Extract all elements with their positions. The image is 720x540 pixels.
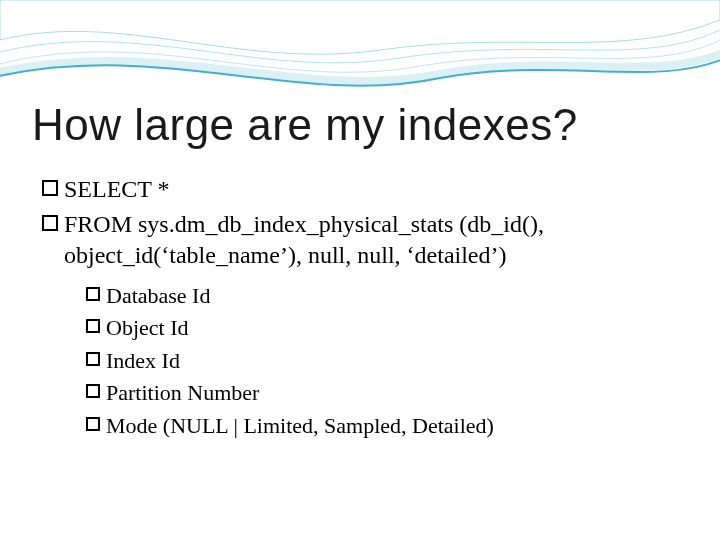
bullet-text: Partition Number — [106, 379, 259, 408]
bullet-text: Object Id — [106, 314, 188, 343]
bullet-level1: FROM sys.dm_db_index_physical_stats (db_… — [42, 209, 688, 271]
bullet-text: Index Id — [106, 347, 180, 376]
square-bullet-icon — [86, 319, 100, 333]
square-bullet-icon — [42, 215, 58, 231]
bullet-level2: Mode (NULL | Limited, Sampled, Detailed) — [86, 412, 688, 441]
bullet-text: SELECT * — [64, 174, 170, 205]
bullet-text: Database Id — [106, 282, 210, 311]
bullet-level2: Object Id — [86, 314, 688, 343]
bullet-level2: Index Id — [86, 347, 688, 376]
square-bullet-icon — [86, 287, 100, 301]
bullet-level2: Partition Number — [86, 379, 688, 408]
square-bullet-icon — [86, 384, 100, 398]
square-bullet-icon — [86, 417, 100, 431]
bullet-text: FROM sys.dm_db_index_physical_stats (db_… — [64, 209, 688, 271]
slide-title: How large are my indexes? — [32, 100, 688, 150]
square-bullet-icon — [42, 180, 58, 196]
bullet-level1: SELECT * — [42, 174, 688, 205]
slide-content: How large are my indexes? SELECT * FROM … — [32, 100, 688, 445]
bullet-level2: Database Id — [86, 282, 688, 311]
square-bullet-icon — [86, 352, 100, 366]
bullet-text: Mode (NULL | Limited, Sampled, Detailed) — [106, 412, 494, 441]
